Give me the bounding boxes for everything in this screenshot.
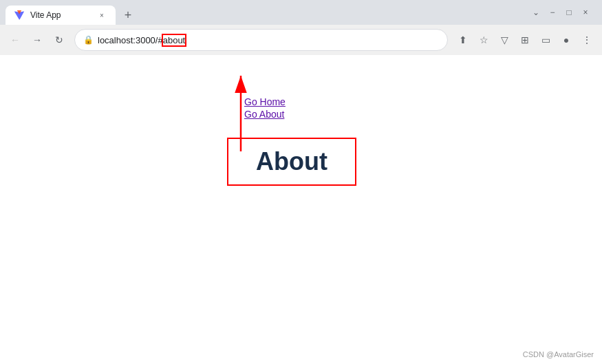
forward-button[interactable]: → — [28, 30, 47, 50]
go-about-link[interactable]: Go About — [244, 109, 286, 120]
tab-close-button[interactable]: × — [96, 10, 107, 21]
tab-area: Vite App × + — [6, 0, 522, 25]
about-box: About — [227, 138, 356, 186]
toolbar: ← → ↻ 🔒 localhost:3000/#about ⬆ ☆ ▽ ⊞ ▭ … — [0, 25, 602, 55]
extensions-icon[interactable]: ⊞ — [515, 30, 535, 50]
page-content: Go Home Go About About CSDN @AvatarGiser — [0, 55, 602, 364]
address-bar[interactable]: 🔒 localhost:3000/#about — [74, 29, 448, 51]
funnel-icon[interactable]: ▽ — [495, 30, 514, 50]
menu-icon[interactable]: ⋮ — [577, 30, 596, 50]
minimize-button[interactable]: − — [547, 7, 558, 18]
nav-links: Go Home Go About — [244, 96, 286, 120]
url-highlighted: about — [163, 35, 186, 45]
tab-title: Vite App — [30, 10, 91, 20]
share-icon[interactable]: ⬆ — [453, 30, 473, 50]
title-bar: Vite App × + ⌄ − □ × — [0, 0, 602, 25]
toolbar-right: ⬆ ☆ ▽ ⊞ ▭ ● ⋮ — [453, 30, 596, 50]
close-button[interactable]: × — [580, 7, 591, 18]
maximize-button[interactable]: □ — [563, 7, 574, 18]
watermark: CSDN @AvatarGiser — [523, 350, 594, 358]
active-tab[interactable]: Vite App × — [6, 6, 116, 25]
lock-icon: 🔒 — [83, 35, 94, 45]
window-controls: ⌄ − □ × — [525, 7, 596, 18]
sidebar-icon[interactable]: ▭ — [536, 30, 555, 50]
refresh-button[interactable]: ↻ — [50, 30, 69, 50]
bookmark-icon[interactable]: ☆ — [474, 30, 493, 50]
chevron-down-icon[interactable]: ⌄ — [530, 7, 541, 18]
tab-favicon — [14, 10, 25, 21]
address-url: localhost:3000/#about — [98, 35, 439, 45]
url-base: localhost:3000/# — [98, 35, 163, 45]
profile-icon[interactable]: ● — [557, 30, 576, 50]
back-button[interactable]: ← — [6, 30, 25, 50]
browser-window: Vite App × + ⌄ − □ × ← → ↻ 🔒 localhost:3… — [0, 0, 602, 364]
about-heading: About — [256, 147, 327, 175]
go-home-link[interactable]: Go Home — [244, 96, 286, 107]
new-tab-button[interactable]: + — [118, 6, 138, 25]
